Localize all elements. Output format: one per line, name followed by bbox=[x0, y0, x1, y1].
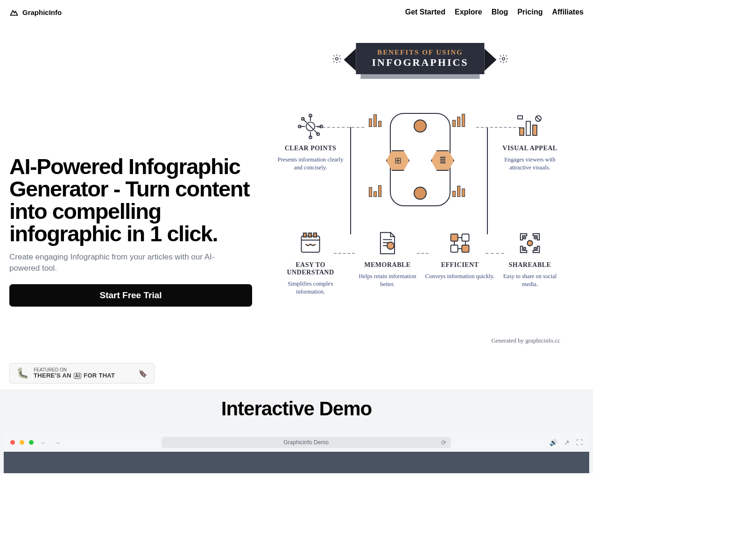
featured-badge[interactable]: 🐛 FEATURED ON THERE'S AN AI FOR THAT 🔖 bbox=[9, 363, 155, 384]
svg-rect-33 bbox=[451, 245, 458, 252]
hero-section: AI-Powered Infographic Generator - Turn … bbox=[0, 24, 593, 354]
demo-browser-frame: ← → Graphicinfo Demo ⟳ 🔊 ↗ ⛶ bbox=[4, 433, 589, 473]
calendar-icon bbox=[298, 231, 323, 255]
browser-viewport bbox=[4, 452, 589, 473]
svg-rect-18 bbox=[533, 125, 537, 135]
svg-rect-17 bbox=[526, 121, 530, 135]
network-icon bbox=[297, 113, 324, 140]
hero-illustration: → BENEFITS OF USING INFOGRAPHICS ← ⊞ ≣ bbox=[275, 34, 584, 344]
hero-copy: AI-Powered Infographic Generator - Turn … bbox=[9, 71, 252, 306]
mountain-icon bbox=[9, 7, 19, 17]
svg-point-14 bbox=[317, 133, 319, 135]
svg-rect-32 bbox=[462, 234, 469, 241]
svg-rect-31 bbox=[451, 234, 458, 241]
svg-line-8 bbox=[314, 130, 318, 134]
svg-point-0 bbox=[336, 57, 338, 60]
svg-point-13 bbox=[302, 118, 304, 120]
volume-icon[interactable]: 🔊 bbox=[550, 439, 557, 446]
svg-line-20 bbox=[536, 117, 540, 120]
hero-subtitle: Create engaging Infographic from your ar… bbox=[9, 252, 229, 274]
mini-chart-icon bbox=[369, 183, 386, 197]
main-nav: Get Started Explore Blog Pricing Affilia… bbox=[405, 8, 584, 16]
nav-blog[interactable]: Blog bbox=[492, 8, 508, 16]
benefit-efficient: EFFICIENT Conveys information quickly. bbox=[425, 230, 495, 280]
traffic-light-close-icon[interactable] bbox=[10, 440, 15, 445]
brand-logo[interactable]: GraphicInfo bbox=[9, 7, 62, 17]
demo-title: Interactive Demo bbox=[0, 398, 593, 420]
bar-chart-icon bbox=[517, 115, 543, 138]
brand-name: GraphicInfo bbox=[22, 8, 62, 16]
forward-button[interactable]: → bbox=[53, 439, 63, 447]
nav-explore[interactable]: Explore bbox=[455, 8, 482, 16]
share-icon bbox=[517, 231, 543, 256]
nav-pricing[interactable]: Pricing bbox=[517, 8, 543, 16]
svg-point-12 bbox=[320, 125, 323, 128]
svg-line-15 bbox=[308, 124, 313, 129]
start-free-trial-button[interactable]: Start Free Trial bbox=[9, 284, 252, 307]
benefit-easy-understand: EASY TO UNDERSTAND Simplifies complex in… bbox=[275, 230, 345, 296]
svg-point-40 bbox=[524, 237, 526, 239]
svg-rect-16 bbox=[520, 128, 524, 135]
site-header: GraphicInfo Get Started Explore Blog Pri… bbox=[0, 0, 593, 24]
nodes-icon bbox=[448, 231, 472, 255]
open-external-icon[interactable]: ↗ bbox=[564, 439, 570, 446]
bookmark-icon: 🔖 bbox=[138, 369, 148, 378]
banner-line2: INFOGRAPHICS bbox=[372, 56, 468, 69]
svg-line-7 bbox=[303, 119, 307, 123]
svg-point-9 bbox=[309, 114, 312, 117]
fullscreen-icon[interactable]: ⛶ bbox=[576, 439, 583, 446]
back-button[interactable]: ← bbox=[38, 439, 48, 447]
infographic-preview: → BENEFITS OF USING INFOGRAPHICS ← ⊞ ≣ bbox=[275, 43, 565, 342]
grid-icon: ⊞ bbox=[386, 150, 409, 171]
gear-icon bbox=[499, 54, 509, 64]
svg-rect-21 bbox=[518, 116, 522, 119]
svg-point-1 bbox=[502, 57, 505, 60]
svg-rect-25 bbox=[309, 233, 312, 237]
mini-chart-icon bbox=[452, 113, 469, 127]
mini-chart-icon bbox=[369, 113, 386, 127]
hub-shape: ⊞ ≣ bbox=[390, 113, 451, 206]
document-icon bbox=[376, 231, 399, 256]
traffic-light-zoom-icon[interactable] bbox=[29, 440, 34, 445]
url-text: Graphicinfo Demo bbox=[283, 439, 329, 446]
benefit-memorable: MEMORABLE Helps retain information bette… bbox=[352, 230, 423, 288]
svg-rect-34 bbox=[462, 245, 469, 252]
gear-icon bbox=[331, 54, 342, 64]
benefit-visual-appeal: VISUAL APPEAL Engages viewers with attra… bbox=[495, 113, 565, 172]
svg-point-30 bbox=[387, 242, 394, 249]
mini-chart-icon bbox=[452, 183, 469, 197]
banner-plate: BENEFITS OF USING INFOGRAPHICS bbox=[356, 43, 484, 74]
nav-affiliates[interactable]: Affiliates bbox=[552, 8, 584, 16]
benefit-clear-points: CLEAR POINTS Presents information clearl… bbox=[275, 113, 345, 172]
demo-section: Interactive Demo ← → Graphicinfo Demo ⟳ … bbox=[0, 389, 593, 473]
banner-line1: BENEFITS OF USING bbox=[372, 49, 468, 56]
nav-get-started[interactable]: Get Started bbox=[405, 8, 445, 16]
traffic-light-minimize-icon[interactable] bbox=[20, 440, 24, 445]
svg-point-11 bbox=[298, 125, 301, 128]
browser-toolbar: ← → Graphicinfo Demo ⟳ 🔊 ↗ ⛶ bbox=[4, 433, 589, 452]
featured-text: FEATURED ON THERE'S AN AI FOR THAT bbox=[34, 367, 115, 379]
infographic-banner: → BENEFITS OF USING INFOGRAPHICS ← bbox=[331, 43, 508, 74]
reload-icon[interactable]: ⟳ bbox=[441, 439, 446, 446]
benefit-shareable: SHAREABLE Easy to share on social media. bbox=[495, 230, 565, 288]
list-icon: ≣ bbox=[431, 150, 454, 171]
svg-rect-26 bbox=[314, 233, 317, 237]
worm-icon: 🐛 bbox=[16, 367, 29, 379]
url-bar[interactable]: Graphicinfo Demo ⟳ bbox=[162, 437, 451, 448]
hero-title: AI-Powered Infographic Generator - Turn … bbox=[9, 155, 252, 245]
svg-point-39 bbox=[527, 240, 532, 245]
svg-point-42 bbox=[524, 247, 526, 250]
svg-point-43 bbox=[534, 247, 536, 250]
svg-rect-24 bbox=[303, 233, 307, 237]
svg-point-41 bbox=[534, 237, 536, 239]
